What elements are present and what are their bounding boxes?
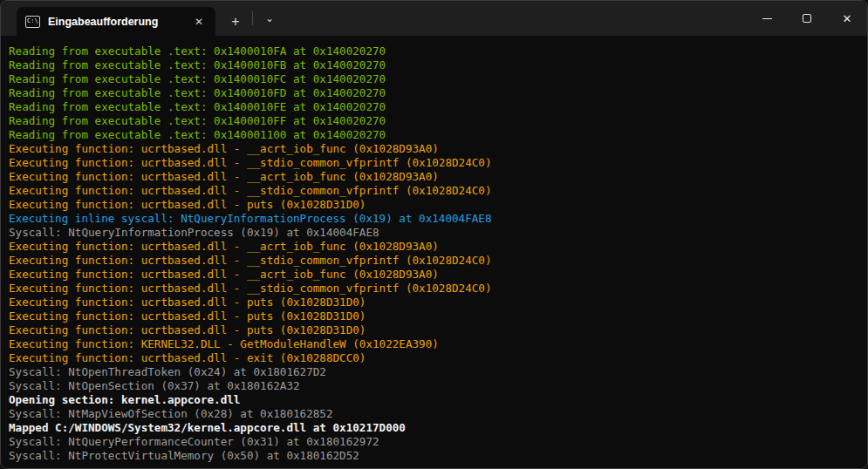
terminal-line: Mapped C:/WINDOWS/System32/kernel.appcor… — [9, 421, 860, 435]
close-icon: ✕ — [843, 13, 852, 24]
terminal-line: Executing function: ucrtbased.dll - puts… — [9, 296, 860, 309]
terminal-line: Syscall: NtProtectVirtualMemory (0x50) a… — [9, 449, 860, 463]
terminal-line: Executing function: ucrtbased.dll - puts… — [9, 198, 860, 212]
terminal-line: Opening section: kernel.appcore.dll — [9, 393, 860, 407]
terminal-line: Executing function: KERNEL32.DLL - GetMo… — [9, 337, 860, 351]
close-button[interactable]: ✕ — [827, 1, 867, 36]
terminal-line: Reading from executable .text: 0x1400011… — [9, 128, 860, 142]
terminal-line: Executing function: ucrtbased.dll - puts… — [9, 323, 860, 337]
terminal-line: Executing function: ucrtbased.dll - puts… — [9, 309, 860, 323]
terminal-line: Reading from executable .text: 0x1400010… — [9, 100, 860, 114]
terminal-line: Reading from executable .text: 0x1400010… — [9, 72, 860, 86]
maximize-icon — [803, 14, 811, 23]
terminal-line: Syscall: NtOpenThreadToken (0x24) at 0x1… — [9, 365, 860, 379]
terminal-line: Executing function: ucrtbased.dll - __ac… — [9, 268, 860, 282]
terminal-line: Syscall: NtOpenSection (0x37) at 0x18016… — [9, 379, 860, 393]
terminal-window: C:\ Eingabeaufforderung ✕ + ⌄ ✕ Reading … — [0, 0, 868, 469]
terminal-line: Executing function: ucrtbased.dll - __st… — [9, 282, 860, 296]
terminal-line: Reading from executable .text: 0x1400010… — [9, 44, 860, 58]
tab-close-icon[interactable]: ✕ — [189, 12, 208, 31]
terminal-line: Executing function: ucrtbased.dll - __ac… — [9, 142, 860, 156]
terminal-line: Syscall: NtQueryPerformanceCounter (0x31… — [9, 435, 860, 449]
terminal-line: Executing function: ucrtbased.dll - __st… — [9, 156, 860, 170]
terminal-line: Executing inline syscall: NtQueryInforma… — [9, 212, 860, 226]
terminal-line: Executing function: ucrtbased.dll - exit… — [9, 351, 860, 365]
terminal-line: Reading from executable .text: 0x1400010… — [9, 58, 860, 72]
minimize-icon — [762, 18, 772, 19]
tab-title: Eingabeaufforderung — [48, 16, 189, 28]
window-controls: ✕ — [747, 1, 867, 36]
terminal-line: Executing function: ucrtbased.dll - __ac… — [9, 170, 860, 184]
title-bar: C:\ Eingabeaufforderung ✕ + ⌄ ✕ — [1, 1, 867, 36]
maximize-button[interactable] — [787, 1, 827, 36]
terminal-line: Reading from executable .text: 0x1400010… — [9, 114, 860, 128]
tab-dropdown-button[interactable]: ⌄ — [255, 3, 284, 36]
terminal-line: Executing function: ucrtbased.dll - __st… — [9, 184, 860, 198]
tab-eingabeaufforderung[interactable]: C:\ Eingabeaufforderung ✕ — [17, 7, 215, 36]
terminal-line: Executing function: ucrtbased.dll - __st… — [9, 254, 860, 268]
new-tab-button[interactable]: + — [221, 7, 250, 36]
minimize-button[interactable] — [747, 1, 787, 36]
terminal-line: Reading from executable .text: 0x1400010… — [9, 86, 860, 100]
terminal-output[interactable]: Reading from executable .text: 0x1400010… — [1, 36, 867, 463]
command-prompt-icon: C:\ — [25, 16, 40, 28]
terminal-line: Executing function: ucrtbased.dll - __ac… — [9, 240, 860, 254]
tabbar-divider — [252, 11, 253, 25]
terminal-line: Syscall: NtQueryInformationProcess (0x19… — [9, 226, 860, 240]
terminal-line: Syscall: NtMapViewOfSection (0x28) at 0x… — [9, 407, 860, 421]
